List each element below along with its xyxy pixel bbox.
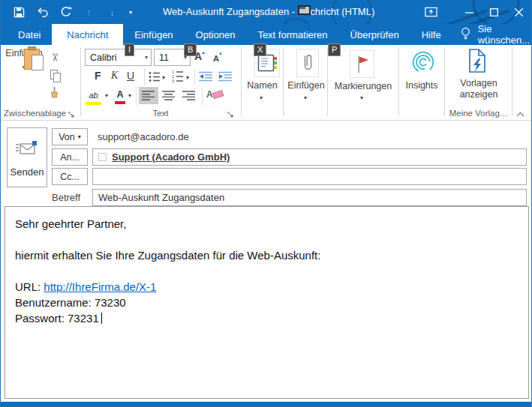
outdent-icon bbox=[199, 71, 213, 82]
tab-hilfe[interactable]: Hilfe bbox=[410, 24, 452, 45]
tab-optionen[interactable]: Optionen bbox=[185, 24, 247, 45]
bullets-button[interactable] bbox=[149, 71, 161, 85]
cut-button[interactable]: ✂ bbox=[47, 51, 62, 64]
tags-dropdown-icon[interactable]: ▾ bbox=[360, 94, 363, 101]
subject-label: Betreff bbox=[52, 192, 80, 203]
tab-ueberpruefen[interactable]: Überprüfen bbox=[339, 24, 410, 45]
undo-icon[interactable] bbox=[36, 6, 49, 19]
tab-datei[interactable]: Datei bbox=[7, 24, 52, 45]
to-recipient[interactable]: Support (Acadoro GmbH) bbox=[112, 151, 230, 163]
send-icon bbox=[15, 140, 39, 157]
maximize-icon[interactable] bbox=[482, 0, 506, 24]
align-right-button[interactable] bbox=[179, 87, 198, 104]
align-left-button[interactable] bbox=[139, 87, 158, 104]
send-label: Senden bbox=[8, 166, 47, 178]
body-link[interactable]: http://IhreFirma.de/X-1 bbox=[44, 280, 156, 293]
tab-nachricht[interactable]: Nachricht bbox=[52, 24, 123, 45]
keytip-ueberpruefen: P bbox=[328, 43, 341, 56]
attach-label: Einfügen bbox=[284, 80, 329, 91]
eraser-icon: A bbox=[206, 88, 224, 100]
collapse-ribbon-icon[interactable] bbox=[515, 107, 525, 121]
clipboard-dialog-launcher-icon[interactable] bbox=[68, 109, 77, 117]
shrink-font-button[interactable]: A▾ bbox=[213, 51, 221, 64]
keytip-einfuegen: I bbox=[125, 43, 134, 56]
templates-button[interactable] bbox=[467, 48, 488, 76]
to-field[interactable]: Support (Acadoro GmbH) bbox=[92, 148, 527, 166]
scissors-icon: ✂ bbox=[48, 53, 62, 63]
clipboard-group-label: Zwischenablage bbox=[4, 109, 66, 118]
tell-me-search[interactable]: Sie wünschen... bbox=[460, 24, 531, 45]
underline-button[interactable]: U bbox=[127, 70, 134, 82]
tab-einfuegen[interactable]: Einfügen bbox=[123, 24, 184, 45]
font-name-select[interactable]: Calibri ▾ bbox=[85, 49, 152, 66]
save-icon[interactable] bbox=[13, 6, 26, 19]
increase-indent-button[interactable] bbox=[218, 71, 233, 85]
cc-button[interactable]: Cc... bbox=[52, 168, 88, 185]
templates-group-label: Meine Vorlag… bbox=[445, 109, 512, 118]
attach-button[interactable] bbox=[296, 49, 319, 77]
attach-dropdown-icon[interactable]: ▾ bbox=[304, 94, 307, 101]
message-body[interactable]: Sehr geehrter Partner, hiermit erhalten … bbox=[5, 206, 529, 399]
tags-button[interactable] bbox=[350, 50, 374, 78]
address-book-icon bbox=[257, 54, 278, 73]
text-dialog-launcher-icon[interactable] bbox=[227, 109, 236, 117]
numbering-dropdown-icon[interactable]: ▾ bbox=[186, 74, 189, 81]
tab-text-formatieren[interactable]: Text formatieren bbox=[246, 24, 338, 45]
tags-label: Markierungen bbox=[328, 81, 398, 91]
keytip-optionen: B bbox=[184, 43, 197, 56]
body-line-greeting: Sehr geehrter Partner, bbox=[15, 216, 518, 232]
align-center-button[interactable] bbox=[159, 87, 179, 104]
names-dropdown-icon[interactable]: ▾ bbox=[260, 94, 263, 101]
close-icon[interactable] bbox=[506, 0, 531, 24]
flag-icon bbox=[354, 55, 371, 74]
quick-access-toolbar: ↑ ↓ ▾ bbox=[13, 0, 132, 24]
cc-field[interactable] bbox=[92, 168, 527, 185]
highlight-dropdown-icon[interactable]: ▾ bbox=[105, 92, 108, 99]
templates-icon bbox=[467, 48, 488, 73]
subject-field[interactable]: Web-Auskunft Zugangsdaten bbox=[92, 189, 527, 206]
send-button[interactable]: Senden bbox=[7, 127, 47, 187]
bold-button[interactable]: F bbox=[95, 70, 101, 82]
copy-button[interactable] bbox=[48, 69, 63, 82]
align-right-icon bbox=[182, 91, 195, 100]
font-size-value: 11 bbox=[159, 52, 169, 63]
compose-header: Senden Von▾ support@acadoro.de An... Sup… bbox=[1, 121, 531, 206]
insights-button[interactable] bbox=[411, 50, 435, 77]
ribbon-display-options-icon[interactable] bbox=[419, 0, 443, 24]
bullets-dropdown-icon[interactable]: ▾ bbox=[162, 74, 165, 81]
format-painter-icon bbox=[48, 86, 61, 100]
window-title: Web-Auskunft Zugangsdaten - Nachricht (H… bbox=[163, 6, 374, 17]
recipient-presence-icon bbox=[98, 153, 107, 161]
numbering-button[interactable]: 1 2 3 bbox=[172, 70, 184, 85]
from-button[interactable]: Von▾ bbox=[52, 128, 88, 145]
paperclip-icon bbox=[301, 52, 314, 73]
body-line-username: Benutzername: 73230 bbox=[15, 295, 518, 310]
format-painter-button[interactable] bbox=[47, 86, 62, 100]
font-color-icon: A bbox=[116, 89, 123, 100]
from-value: support@acadoro.de bbox=[98, 131, 189, 142]
titlebar: ↑ ↓ ▾ Web-Auskunft Zugangsdaten - Nachri… bbox=[1, 0, 531, 24]
clear-formatting-button[interactable]: A bbox=[206, 88, 224, 103]
minimize-icon[interactable] bbox=[457, 0, 482, 24]
ribbon-tabs: Datei Nachricht Einfügen Optionen Text f… bbox=[1, 24, 531, 45]
text-group-label: Text bbox=[80, 109, 241, 118]
italic-button[interactable]: K bbox=[111, 70, 118, 82]
body-line-url: URL: http://IhreFirma.de/X-1 bbox=[15, 279, 518, 295]
insights-label: Insights bbox=[399, 80, 444, 91]
to-button[interactable]: An... bbox=[52, 148, 88, 166]
font-color-dropdown-icon[interactable]: ▾ bbox=[128, 92, 131, 99]
move-up-icon: ↑ bbox=[83, 6, 95, 19]
align-center-icon bbox=[162, 91, 176, 100]
redo-icon[interactable] bbox=[59, 6, 72, 19]
body-line-blank bbox=[15, 263, 518, 279]
mini-window-icon bbox=[298, 5, 311, 15]
customize-qat-icon[interactable]: ▾ bbox=[129, 9, 132, 16]
decrease-indent-button[interactable] bbox=[199, 71, 213, 85]
font-color-button[interactable]: A bbox=[115, 87, 125, 104]
move-down-icon: ↓ bbox=[106, 6, 119, 19]
window-bottom-border bbox=[1, 402, 531, 407]
paste-button[interactable]: Einfügen ▾ bbox=[5, 48, 44, 106]
svg-text:3: 3 bbox=[172, 79, 174, 83]
highlight-icon: ab bbox=[89, 91, 98, 100]
highlight-button[interactable]: ab bbox=[86, 88, 101, 105]
